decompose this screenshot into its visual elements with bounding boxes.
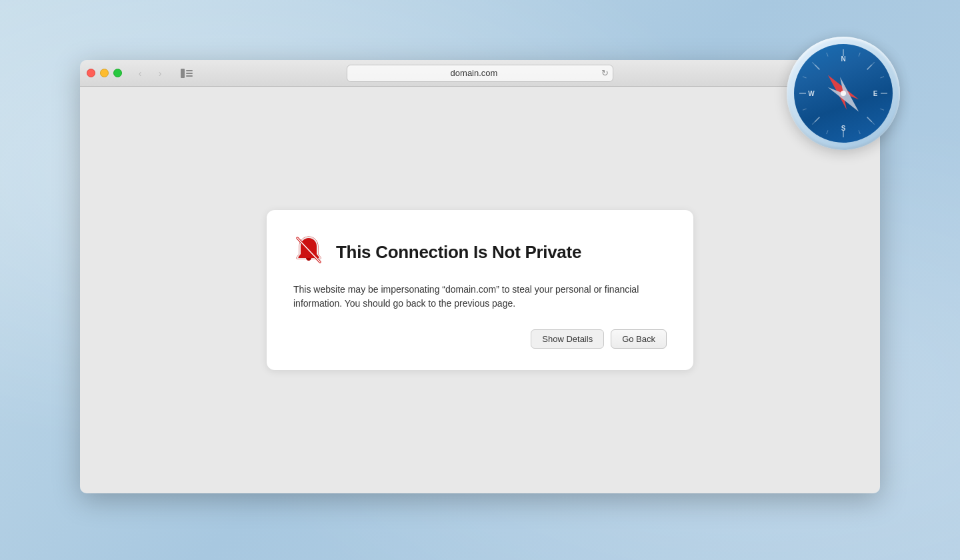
svg-line-16: [803, 109, 807, 110]
safari-app-icon: N S E W: [787, 37, 900, 150]
svg-line-9: [871, 62, 874, 65]
svg-line-12: [871, 121, 874, 124]
svg-rect-29: [186, 73, 193, 74]
go-back-button[interactable]: Go Back: [611, 329, 667, 349]
sidebar-toggle-button[interactable]: [177, 66, 196, 81]
back-button[interactable]: ‹: [131, 66, 149, 81]
svg-line-4: [867, 65, 872, 69]
svg-line-15: [812, 121, 815, 124]
svg-line-18: [812, 62, 815, 65]
svg-text:S: S: [841, 125, 846, 132]
warning-card: This Connection Is Not Private This webs…: [267, 210, 693, 370]
svg-text:E: E: [873, 90, 878, 97]
title-bar: ‹ › domain.com ↻: [80, 60, 880, 87]
warning-body: This website may be impersonating “domai…: [293, 283, 667, 311]
nav-buttons: ‹ ›: [131, 66, 169, 81]
svg-line-8: [859, 53, 860, 57]
svg-rect-30: [186, 75, 193, 77]
svg-line-17: [803, 77, 807, 78]
address-bar[interactable]: domain.com ↻: [347, 65, 613, 82]
svg-line-10: [880, 77, 884, 78]
chevron-right-icon: ›: [159, 68, 162, 79]
warning-actions: Show Details Go Back: [293, 329, 667, 349]
minimize-button[interactable]: [100, 69, 109, 77]
svg-line-6: [867, 117, 872, 122]
svg-rect-27: [181, 69, 185, 78]
svg-line-11: [880, 109, 884, 110]
not-private-icon: [293, 234, 324, 266]
svg-text:W: W: [808, 90, 815, 97]
close-button[interactable]: [87, 69, 95, 77]
svg-point-22: [841, 91, 846, 96]
svg-line-14: [827, 130, 828, 134]
svg-line-7: [815, 117, 819, 122]
svg-line-5: [815, 65, 819, 69]
chevron-left-icon: ‹: [139, 68, 142, 79]
maximize-button[interactable]: [113, 69, 122, 77]
traffic-lights: [87, 69, 122, 77]
forward-button[interactable]: ›: [151, 66, 169, 81]
svg-rect-28: [186, 70, 193, 71]
page-content: This Connection Is Not Private This webs…: [80, 87, 880, 493]
show-details-button[interactable]: Show Details: [531, 329, 604, 349]
warning-title: This Connection Is Not Private: [336, 242, 581, 263]
sidebar-icon: [181, 69, 193, 78]
svg-line-19: [827, 53, 828, 57]
warning-header: This Connection Is Not Private: [293, 234, 667, 271]
svg-line-13: [859, 130, 860, 134]
reload-button[interactable]: ↻: [601, 69, 609, 77]
browser-window: ‹ › domain.com ↻: [80, 60, 880, 493]
url-text: domain.com: [354, 68, 594, 78]
warning-icon: [293, 234, 324, 271]
svg-text:N: N: [841, 55, 845, 63]
